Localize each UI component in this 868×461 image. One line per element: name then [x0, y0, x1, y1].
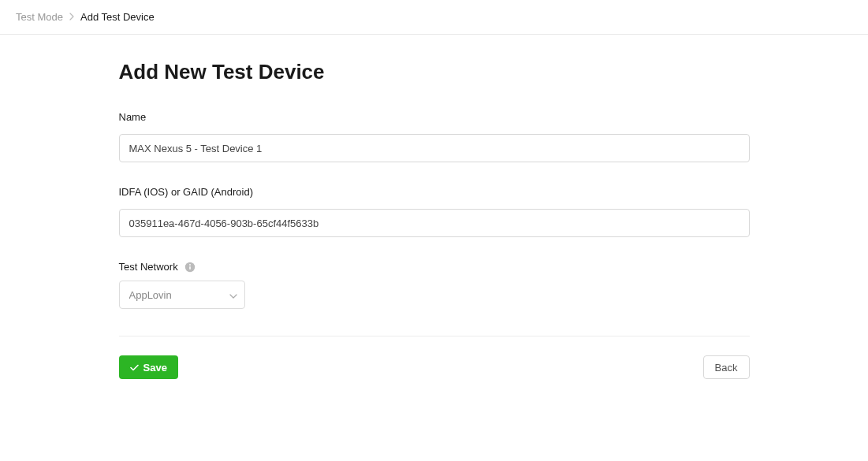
check-icon — [130, 364, 139, 371]
field-name: Name — [119, 111, 750, 162]
svg-rect-1 — [189, 266, 191, 270]
breadcrumb-current: Add Test Device — [80, 11, 155, 23]
main-content: Add New Test Device Name IDFA (IOS) or G… — [119, 35, 750, 379]
idfa-label: IDFA (IOS) or GAID (Android) — [119, 186, 750, 198]
network-label: Test Network — [119, 261, 178, 273]
back-button-label: Back — [715, 362, 738, 374]
field-network: Test Network AppLovin — [119, 261, 750, 309]
network-select[interactable]: AppLovin — [119, 281, 245, 309]
name-label: Name — [119, 111, 750, 123]
name-input[interactable] — [119, 134, 750, 162]
action-row: Save Back — [119, 355, 750, 379]
back-button[interactable]: Back — [703, 355, 750, 379]
page-title: Add New Test Device — [119, 60, 750, 84]
chevron-right-icon — [69, 12, 74, 23]
field-idfa: IDFA (IOS) or GAID (Android) — [119, 186, 750, 237]
breadcrumb: Test Mode Add Test Device — [0, 0, 868, 35]
divider — [119, 336, 750, 336]
idfa-input[interactable] — [119, 209, 750, 237]
info-icon[interactable] — [184, 262, 196, 273]
breadcrumb-parent[interactable]: Test Mode — [16, 11, 63, 23]
save-button[interactable]: Save — [119, 355, 178, 379]
save-button-label: Save — [143, 362, 167, 374]
svg-point-2 — [189, 264, 191, 266]
